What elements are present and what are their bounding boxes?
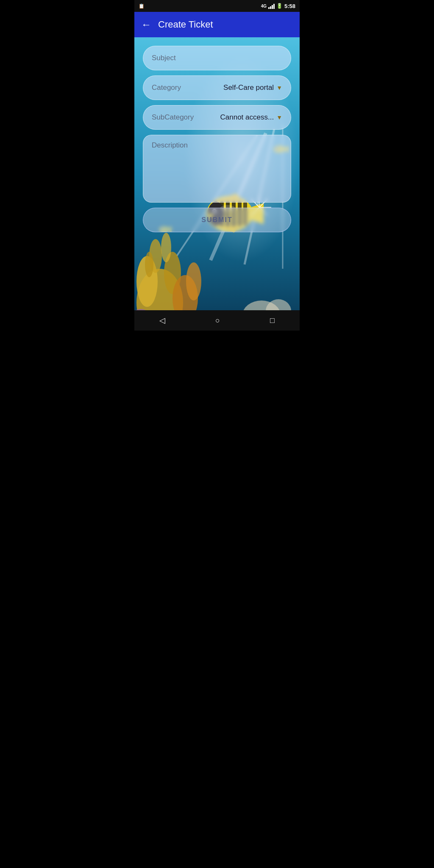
signal-bar-2 — [270, 6, 271, 9]
category-dropdown-arrow[interactable]: ▼ — [276, 84, 282, 91]
category-selected-value: Self-Care portal — [223, 83, 274, 92]
page-title: Create Ticket — [158, 19, 213, 30]
submit-label: SUBMIT — [201, 216, 232, 224]
sim-icon: 📋 — [139, 3, 145, 9]
submit-button[interactable]: SUBMIT — [143, 208, 291, 232]
category-field[interactable]: Category Self-Care portal ▼ — [143, 75, 291, 100]
subcategory-value-wrapper: Cannot access... ▼ — [220, 113, 282, 122]
subcategory-label: SubCategory — [152, 113, 220, 122]
recent-nav-button[interactable]: □ — [262, 313, 283, 328]
description-label: Description — [152, 141, 282, 150]
home-nav-button[interactable]: ○ — [207, 313, 228, 328]
back-button[interactable]: ← — [141, 19, 151, 31]
bottom-nav: ◁ ○ □ — [134, 310, 300, 331]
signal-bars — [268, 3, 275, 9]
signal-bar-3 — [272, 5, 273, 9]
back-nav-button[interactable]: ◁ — [151, 312, 174, 328]
status-bar: 📋 4G 🔋 5:58 — [134, 0, 300, 12]
battery-icon: 🔋 — [276, 3, 283, 9]
status-bar-right: 4G 🔋 5:58 — [261, 3, 295, 9]
subcategory-selected-value: Cannot access... — [220, 113, 274, 122]
app-bar: ← Create Ticket — [134, 12, 300, 37]
subject-label: Subject — [152, 54, 282, 62]
signal-bar-4 — [273, 4, 275, 9]
description-field[interactable]: Description — [143, 135, 291, 203]
subcategory-field[interactable]: SubCategory Cannot access... ▼ — [143, 105, 291, 130]
category-value-wrapper: Self-Care portal ▼ — [223, 83, 282, 92]
form-content: Subject Category Self-Care portal ▼ SubC… — [134, 37, 300, 310]
status-time: 5:58 — [284, 3, 295, 9]
category-label: Category — [152, 83, 223, 92]
signal-bar-1 — [268, 7, 270, 9]
subject-field[interactable]: Subject — [143, 46, 291, 70]
subcategory-dropdown-arrow[interactable]: ▼ — [276, 114, 282, 121]
status-bar-left: 📋 — [139, 3, 145, 9]
network-label: 4G — [261, 4, 267, 8]
